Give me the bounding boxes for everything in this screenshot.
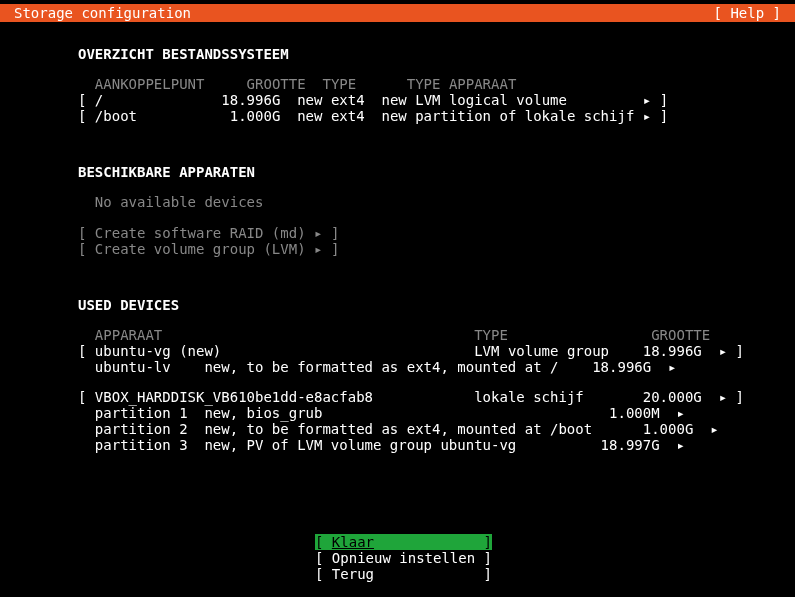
available-devices-title: BESCHIKBARE APPARATEN	[78, 164, 795, 180]
create-raid-button[interactable]: [ Create software RAID (md) ▸ ]	[78, 225, 795, 241]
header-title: Storage configuration	[14, 5, 191, 21]
chevron-right-icon: ▸	[676, 437, 684, 453]
chevron-right-icon: ▸	[676, 405, 684, 421]
partition-row[interactable]: partition 3 new, PV of LVM volume group …	[78, 437, 795, 453]
no-available-devices: No available devices	[78, 194, 795, 210]
header-bar: Storage configuration [ Help ]	[0, 4, 795, 22]
device-child-row[interactable]: ubuntu-lv new, to be formatted as ext4, …	[78, 359, 795, 375]
back-button[interactable]: [ Terug ]	[315, 566, 795, 582]
device-row[interactable]: [ VBOX_HARDDISK_VB610be1dd-e8acfab8 loka…	[78, 389, 795, 405]
done-button[interactable]: [ Klaar ]	[315, 534, 795, 550]
help-button[interactable]: [ Help ]	[714, 5, 781, 21]
device-row[interactable]: [ ubuntu-vg (new) LVM volume group 18.99…	[78, 343, 795, 359]
partition-row[interactable]: partition 1 new, bios_grub 1.000M ▸	[78, 405, 795, 421]
chevron-right-icon: ▸	[643, 108, 651, 124]
create-lvm-button[interactable]: [ Create volume group (LVM) ▸ ]	[78, 241, 795, 257]
used-header-row: APPARAAT TYPE GROOTTE	[78, 327, 795, 343]
chevron-right-icon: ▸	[710, 421, 718, 437]
fs-row[interactable]: [ / 18.996G new ext4 new LVM logical vol…	[78, 92, 795, 108]
chevron-right-icon: ▸	[668, 359, 676, 375]
chevron-right-icon: ▸	[314, 225, 322, 241]
chevron-right-icon: ▸	[314, 241, 322, 257]
fs-header-row: AANKOPPELPUNT GROOTTE TYPE TYPE APPARAAT	[78, 76, 795, 92]
main-content: OVERZICHT BESTANDSSYSTEEM AANKOPPELPUNT …	[0, 22, 795, 582]
chevron-right-icon: ▸	[643, 92, 651, 108]
reset-button[interactable]: [ Opnieuw instellen ]	[315, 550, 795, 566]
chevron-right-icon: ▸	[719, 343, 727, 359]
fs-row[interactable]: [ /boot 1.000G new ext4 new partition of…	[78, 108, 795, 124]
partition-row[interactable]: partition 2 new, to be formatted as ext4…	[78, 421, 795, 437]
chevron-right-icon: ▸	[719, 389, 727, 405]
used-devices-title: USED DEVICES	[78, 297, 795, 313]
filesystem-summary-title: OVERZICHT BESTANDSSYSTEEM	[78, 46, 795, 62]
button-group: [ Klaar ] [ Opnieuw instellen ] [ Terug …	[315, 534, 795, 582]
